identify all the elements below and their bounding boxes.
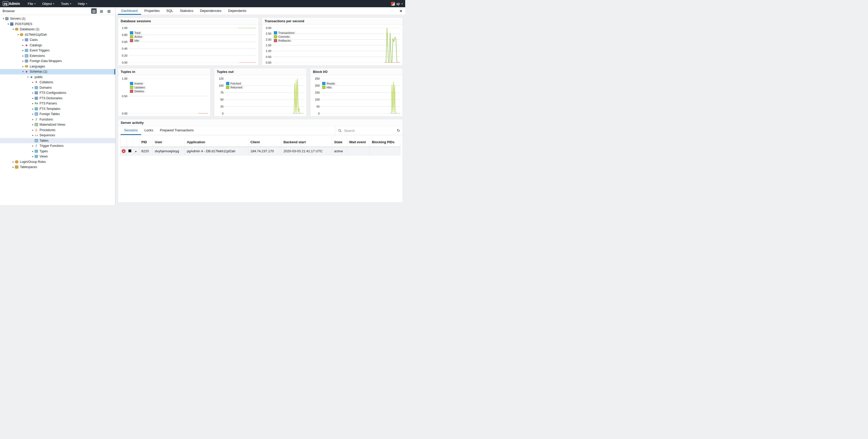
chevron-down-icon[interactable] [6, 23, 10, 25]
tab-dashboard[interactable]: Dashboard [118, 7, 141, 15]
tree-item-languages[interactable]: Languages [0, 64, 115, 69]
tree-item-label: Foreign Tables [39, 112, 60, 116]
cell-client: 184.74.237.170 [248, 147, 281, 155]
activity-tab-sessions[interactable]: Sessions [121, 126, 141, 135]
tree-item-d17fekh11pf2ah[interactable]: d17fekh11pf2ah [0, 32, 115, 37]
grid-layout-icon[interactable]: ▦ [99, 8, 104, 14]
tree-item-databases-1[interactable]: Databases (1) [0, 27, 115, 32]
chevron-right-icon[interactable] [31, 129, 35, 131]
chevron-right-icon[interactable] [31, 155, 35, 158]
chevron-right-icon[interactable] [21, 38, 25, 41]
tree-item-trigger-functions[interactable]: ƒTrigger Functions [0, 143, 115, 149]
chevron-right-icon[interactable] [31, 118, 35, 121]
menu-object[interactable]: Object [42, 2, 54, 6]
tree-item-views[interactable]: Views [0, 154, 115, 159]
tree-item-collations[interactable]: ACollations [0, 80, 115, 85]
chevron-right-icon[interactable] [31, 150, 35, 152]
chevron-down-icon[interactable] [21, 70, 25, 73]
user-menu[interactable]: ajr [391, 2, 403, 6]
chevron-right-icon[interactable] [31, 91, 35, 94]
search-input[interactable] [344, 129, 393, 133]
chevron-right-icon[interactable] [21, 55, 25, 57]
chevron-right-icon[interactable] [11, 160, 15, 163]
tree-item-fts-configurations[interactable]: FTS Configurations [0, 90, 115, 96]
tree-item-login-group-roles[interactable]: Login/Group Roles [0, 159, 115, 165]
tree-item-procedures[interactable]: ()Procedures [0, 127, 115, 133]
legend-swatch [130, 86, 133, 89]
refresh-icon[interactable] [397, 128, 400, 133]
chevron-right-icon[interactable] [21, 44, 25, 47]
tree-item-label: Types [39, 149, 48, 153]
close-icon[interactable] [400, 9, 402, 13]
chevron-right-icon[interactable] [31, 102, 35, 105]
y-tick-label: 0.80 [122, 33, 127, 36]
tree-item-fts-templates[interactable]: FTS Templates [0, 106, 115, 112]
tree-item-event-triggers[interactable]: Event Triggers [0, 48, 115, 53]
chevron-right-icon[interactable] [31, 108, 35, 110]
tree-item-sequences[interactable]: 1..3Sequences [0, 133, 115, 138]
servers-layout-icon[interactable]: ▤ [91, 8, 97, 14]
chevron-right-icon[interactable] [31, 97, 35, 99]
tree-item-tables[interactable]: Tables [0, 138, 115, 144]
chevron-down-icon[interactable] [11, 28, 15, 30]
legend-swatch [130, 82, 133, 85]
tree-item-casts[interactable]: Casts [0, 37, 115, 43]
terminate-session-button[interactable] [128, 149, 131, 152]
tree-item-fts-parsers[interactable]: AaFTS Parsers [0, 101, 115, 106]
chart-legend: TotalActiveIdle [130, 31, 144, 42]
menu-file[interactable]: File [28, 2, 35, 6]
tree-item-servers-1[interactable]: Servers (1) [0, 16, 115, 22]
tree-item-tablespaces[interactable]: Tablespaces [0, 165, 115, 170]
chevron-right-icon[interactable] [21, 65, 25, 68]
chevron-right-icon[interactable] [31, 123, 35, 126]
column-header-wait-event: Wait event [347, 138, 370, 147]
tree-item-label: FTS Configurations [39, 91, 66, 95]
tree-item-schemas-1[interactable]: ◆Schemas (1) [0, 69, 115, 75]
tree-item-extensions[interactable]: Extensions [0, 53, 115, 59]
column-header-user: User [153, 138, 185, 147]
legend-total: Total [130, 31, 142, 34]
tree-item-domains[interactable]: Domains [0, 85, 115, 90]
tree-item-postgres[interactable]: POSTGRES [0, 22, 115, 27]
tree-item-public[interactable]: ◆public [0, 75, 115, 80]
y-tick-label: 2.00 [266, 38, 271, 41]
chevron-right-icon[interactable] [31, 145, 35, 147]
chevron-right-icon[interactable] [31, 81, 35, 84]
tree-item-foreign-tables[interactable]: Foreign Tables [0, 111, 115, 117]
chevron-right-icon[interactable] [31, 113, 35, 115]
chevron-right-icon[interactable] [21, 60, 25, 62]
expand-row-button[interactable] [135, 150, 137, 153]
tab-properties[interactable]: Properties [141, 7, 163, 15]
tables-icon [35, 139, 38, 142]
tab-dependents[interactable]: Dependents [225, 7, 250, 15]
tree-item-catalogs[interactable]: ◆Catalogs [0, 43, 115, 48]
chevron-right-icon[interactable] [21, 49, 25, 52]
activity-tab-prepared-transactions[interactable]: Prepared Transactions [157, 126, 197, 135]
chevron-right-icon[interactable] [31, 86, 35, 89]
chevron-down-icon[interactable] [26, 76, 30, 78]
filtered-grid-icon[interactable]: ▩ [106, 8, 112, 14]
y-axis: 3.002.502.001.501.000.500.00 [264, 28, 273, 63]
activity-tab-locks[interactable]: Locks [141, 126, 157, 135]
tree-item-types[interactable]: Types [0, 149, 115, 154]
database-icon [20, 33, 23, 36]
cell-wait-event [347, 147, 370, 155]
menubar: FileObjectToolsHelp [28, 2, 87, 6]
chevron-down-icon[interactable] [2, 17, 5, 20]
y-tick-label: 3.00 [266, 26, 271, 29]
menu-help[interactable]: Help [78, 2, 87, 6]
control-cell [133, 147, 139, 155]
tree-item-materialized-views[interactable]: Materialized Views [0, 122, 115, 127]
tree-item-foreign-data-wrappers[interactable]: Foreign Data Wrappers [0, 58, 115, 64]
tree-item-label: Databases (1) [20, 27, 39, 31]
tab-statistics[interactable]: Statistics [177, 7, 197, 15]
cancel-query-button[interactable] [122, 149, 126, 153]
tab-dependencies[interactable]: Dependencies [197, 7, 225, 15]
tab-sql[interactable]: SQL [163, 7, 177, 15]
tree-item-functions[interactable]: ƒFunctions [0, 117, 115, 122]
tree-item-fts-dictionaries[interactable]: FTS Dictionaries [0, 96, 115, 101]
menu-tools[interactable]: Tools [61, 2, 71, 6]
chevron-right-icon[interactable] [11, 166, 15, 168]
chevron-right-icon[interactable] [31, 134, 35, 137]
chevron-down-icon[interactable] [16, 33, 20, 36]
